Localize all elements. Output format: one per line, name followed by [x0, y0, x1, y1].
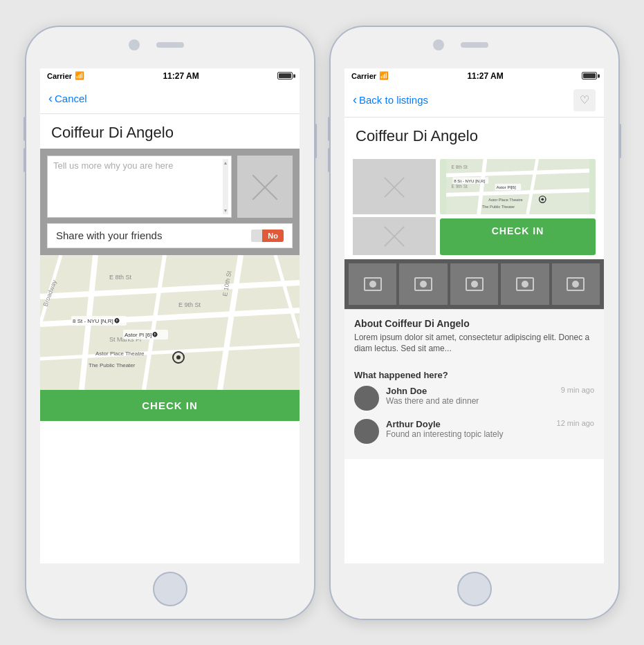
activity-item-0: John Doe Was there and ate dinner 9 min … [354, 386, 594, 411]
phone-speaker [156, 42, 184, 48]
battery-icon-2 [582, 72, 597, 80]
back-label-2: Back to listings [359, 94, 428, 106]
place-title-2: Coiffeur Di Angelo [356, 127, 593, 145]
battery-icon-1 [277, 72, 293, 80]
status-bar-2: Carrier 📶 11:27 AM [344, 68, 604, 84]
scroll-down-icon: ▼ [223, 208, 228, 213]
avatar-1 [354, 419, 379, 444]
status-left-2: Carrier 📶 [351, 71, 389, 80]
photo-thumb-3[interactable] [450, 263, 498, 305]
phone-speaker-2 [461, 42, 488, 48]
place-title-1: Coiffeur Di Angelo [51, 124, 288, 142]
avatar-0 [354, 386, 379, 411]
photo-icon-5 [567, 277, 585, 291]
status-bar-1: Carrier 📶 11:27 AM [40, 68, 300, 84]
activity-time-1: 12 min ago [557, 419, 594, 427]
image-gallery-left [353, 159, 436, 255]
photo-thumb-5[interactable] [552, 263, 600, 305]
image-thumb-1[interactable] [353, 159, 436, 214]
scroll-up-icon: ▲ [223, 160, 228, 165]
volume-down-button[interactable] [24, 148, 26, 172]
cancel-button[interactable]: ‹ Cancel [48, 91, 87, 106]
activity-info-1: Arthur Doyle Found an interesting topic … [386, 419, 550, 439]
phone-1-screen: Carrier 📶 11:27 AM ‹ Cancel C [40, 68, 300, 563]
place-title-section-1: Coiffeur Di Angelo [40, 114, 300, 149]
back-to-listings-button[interactable]: ‹ Back to listings [353, 93, 428, 107]
map-svg-2: E 8th St E 9th St 8 St - NYU [N,R] Astor… [440, 159, 596, 214]
svg-text:8 St - NYU [N,R] 🅜: 8 St - NYU [N,R] 🅜 [73, 318, 120, 324]
heart-icon: ♡ [580, 93, 589, 106]
textarea-scrollbar: ▲ ▼ [223, 159, 228, 214]
photo-icon-1 [364, 277, 382, 291]
activity-time-0: 9 min ago [561, 386, 594, 394]
happened-title: What happened here? [354, 370, 594, 380]
map-svg-1: E 8th St E 9th St St Marks Pl Broadway E… [40, 255, 300, 390]
cancel-label: Cancel [55, 93, 87, 104]
nav-bar-2: ‹ Back to listings ♡ [344, 84, 604, 118]
wifi-icon-1: 📶 [75, 71, 84, 80]
image-placeholder-1 [237, 156, 293, 218]
textarea-placeholder: Tell us more why you are here [53, 160, 173, 171]
nav-bar-1: ‹ Cancel [40, 84, 300, 114]
map-mini[interactable]: E 8th St E 9th St 8 St - NYU [N,R] Astor… [440, 159, 596, 214]
place-title-section-2: Coiffeur Di Angelo [344, 118, 604, 152]
phone-1: Carrier 📶 11:27 AM ‹ Cancel C [25, 26, 315, 620]
svg-text:Astor Pl [6] 🅜: Astor Pl [6] 🅜 [125, 332, 158, 338]
svg-text:E 8th St: E 8th St [109, 274, 132, 281]
share-label: Share with your friends [56, 230, 162, 241]
status-right-1 [277, 72, 293, 80]
checkin-button-2[interactable]: CHECK IN [440, 218, 596, 255]
photo-thumb-4[interactable] [501, 263, 549, 305]
activity-desc-0: Was there and ate dinner [386, 396, 554, 406]
toggle-off-label: No [262, 230, 284, 242]
about-text: Lorem ipsum dolor sit amet, consectetur … [354, 332, 594, 355]
content-right-section: E 8th St E 9th St 8 St - NYU [N,R] Astor… [440, 159, 596, 255]
volume-up-button[interactable] [24, 117, 26, 141]
image-thumb-2[interactable] [353, 217, 436, 255]
image-cross-icon-2 [380, 222, 408, 250]
checkin-button-1[interactable]: CHECK IN [40, 390, 300, 421]
phone-camera-2 [433, 39, 444, 50]
happened-section: What happened here? John Doe Was there a… [344, 363, 604, 459]
carrier-label-2: Carrier [351, 72, 376, 80]
wifi-icon-2: 📶 [379, 71, 389, 80]
activity-item-1: Arthur Doyle Found an interesting topic … [354, 419, 594, 444]
activity-info-0: John Doe Was there and ate dinner [386, 386, 554, 406]
photo-icon-2 [414, 277, 432, 291]
svg-point-36 [541, 198, 544, 200]
reason-textarea[interactable]: Tell us more why you are here ▲ ▼ [47, 156, 232, 218]
home-button-1[interactable] [153, 572, 187, 606]
photo-icon-4 [516, 277, 534, 291]
activity-name-1: Arthur Doyle [386, 419, 550, 429]
about-section: About Coiffeur Di Angelo Lorem ipsum dol… [344, 309, 604, 364]
power-button-2[interactable] [618, 124, 621, 158]
favorite-button[interactable]: ♡ [573, 89, 596, 111]
status-right-2 [582, 72, 597, 80]
volume-down-button-2[interactable] [328, 148, 331, 172]
svg-text:Astor Place Theatre: Astor Place Theatre [488, 198, 523, 202]
svg-text:The Public Theater: The Public Theater [89, 362, 136, 368]
svg-point-21 [176, 355, 181, 359]
svg-text:Astor Place Theatre: Astor Place Theatre [95, 350, 145, 357]
back-chevron-icon-2: ‹ [353, 93, 357, 107]
content-images-section: E 8th St E 9th St 8 St - NYU [N,R] Astor… [344, 152, 604, 259]
photo-icon-3 [466, 277, 484, 291]
image-cross-icon-1 [380, 173, 408, 200]
map-section-1[interactable]: E 8th St E 9th St St Marks Pl Broadway E… [40, 255, 300, 390]
photo-thumb-1[interactable] [349, 263, 396, 305]
volume-up-button-2[interactable] [328, 117, 331, 141]
svg-text:E 8th St: E 8th St [452, 165, 468, 169]
form-section: Tell us more why you are here ▲ ▼ Share … [40, 149, 300, 255]
share-row: Share with your friends No [47, 223, 293, 248]
phone-2: Carrier 📶 11:27 AM ‹ Back to listings ♡ [329, 26, 620, 620]
placeholder-cross-icon [248, 169, 282, 204]
share-toggle[interactable]: No [251, 230, 284, 242]
photo-thumb-2[interactable] [399, 263, 447, 305]
home-button-2[interactable] [457, 572, 492, 606]
svg-text:Astor Pl[6]: Astor Pl[6] [496, 185, 515, 189]
toggle-on-label [251, 230, 262, 242]
power-button[interactable] [314, 124, 317, 158]
phone-camera [129, 39, 140, 50]
activity-desc-1: Found an interesting topic lately [386, 429, 550, 439]
time-label-1: 11:27 AM [163, 71, 199, 81]
